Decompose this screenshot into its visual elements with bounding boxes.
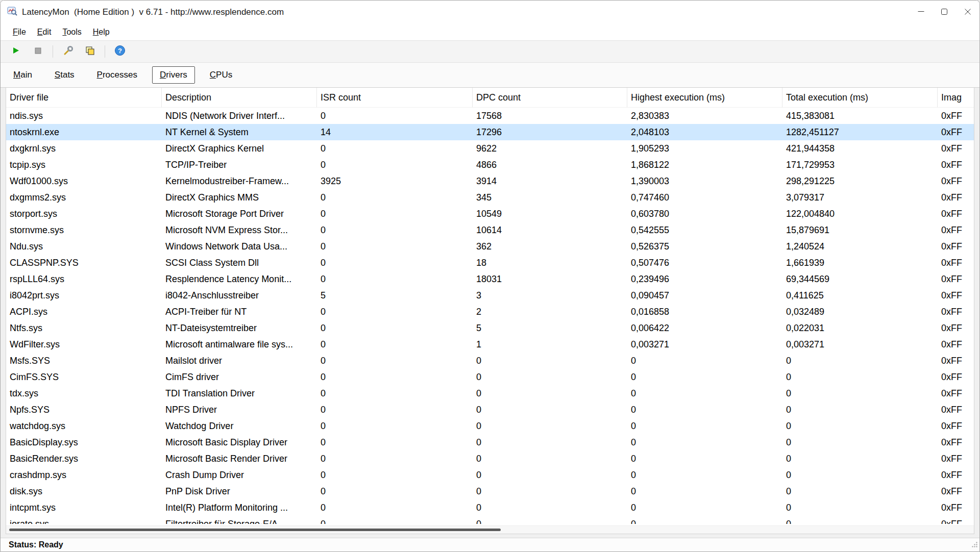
menu-tools-label: Tools (62, 28, 81, 37)
table-row[interactable]: BasicDisplay.sysMicrosoft Basic Display … (6, 434, 974, 450)
table-row[interactable]: Msfs.SYSMailslot driver00000xFF (6, 353, 974, 369)
cell-dpc: 4866 (473, 157, 627, 173)
help-question-icon: ? (114, 45, 126, 58)
table-row[interactable]: WdFilter.sysMicrosoft antimalware file s… (6, 336, 974, 353)
column-header-dpc-count[interactable]: DPC count (473, 88, 627, 107)
table-row[interactable]: crashdmp.sysCrash Dump Driver00000xFF (6, 467, 974, 483)
table-row[interactable]: intcpmt.sysIntel(R) Platform Monitoring … (6, 499, 974, 516)
table-row[interactable]: watchdog.sysWatchdog Driver00000xFF (6, 418, 974, 434)
tab-processes[interactable]: Processes (89, 66, 145, 84)
close-icon (965, 8, 971, 17)
cell-isr: 0 (317, 157, 473, 173)
cell-highest: 0 (627, 402, 782, 418)
cell-file: Ndu.sys (6, 238, 162, 255)
menu-help[interactable]: Help (88, 26, 115, 38)
cell-dpc: 1 (473, 336, 627, 353)
menu-edit[interactable]: Edit (32, 26, 57, 38)
menu-tools[interactable]: Tools (57, 26, 86, 38)
close-button[interactable] (956, 1, 979, 24)
cell-image: 0xFF (938, 124, 974, 140)
tab-stats[interactable]: Stats (47, 66, 82, 84)
latencymon-window: LatencyMon (Home Edition ) v 6.71 - http… (0, 0, 980, 552)
table-row[interactable]: Wdf01000.sysKernelmodustreiber-Framew...… (6, 173, 974, 189)
table-row[interactable]: storport.sysMicrosoft Storage Port Drive… (6, 206, 974, 222)
tab-cpus[interactable]: CPUs (202, 66, 240, 84)
column-header-highest-execution[interactable]: Highest execution (ms) (627, 88, 782, 107)
cell-highest: 0,507476 (627, 255, 782, 271)
column-header-total-execution[interactable]: Total execution (ms) (782, 88, 938, 107)
cell-isr: 0 (317, 353, 473, 369)
cell-image: 0xFF (938, 402, 974, 418)
table-row[interactable]: Npfs.SYSNPFS Driver00000xFF (6, 402, 974, 418)
cell-total: 3,079317 (782, 189, 938, 206)
table-row[interactable]: CLASSPNP.SYSSCSI Class System Dll0180,50… (6, 255, 974, 271)
table-row[interactable]: dxgmms2.sysDirectX Graphics MMS03450,747… (6, 189, 974, 206)
tab-drivers[interactable]: Drivers (152, 66, 195, 84)
table-row[interactable]: CimFS.SYSCimFS driver00000xFF (6, 369, 974, 385)
cell-total: 1,661939 (782, 255, 938, 271)
table-row[interactable]: ACPI.sysACPI-Treiber für NT020,0168580,0… (6, 304, 974, 320)
table-row[interactable]: stornvme.sysMicrosoft NVM Express Stor..… (6, 222, 974, 238)
cell-isr: 3925 (317, 173, 473, 189)
cell-isr: 0 (317, 483, 473, 499)
cell-image: 0xFF (938, 499, 974, 516)
cell-image: 0xFF (938, 434, 974, 450)
table-row[interactable]: i8042prt.sysi8042-Anschlusstreiber530,09… (6, 287, 974, 304)
options-button[interactable] (59, 43, 77, 60)
minimize-icon (918, 8, 924, 17)
column-header-isr-count[interactable]: ISR count (317, 88, 473, 107)
cell-desc: NDIS (Network Driver Interf... (162, 108, 317, 124)
stop-monitor-button[interactable] (29, 43, 47, 60)
table-row[interactable]: rspLLL64.sysResplendence Latency Monit..… (6, 271, 974, 287)
menu-file[interactable]: File (8, 26, 31, 38)
cell-dpc: 0 (473, 434, 627, 450)
cell-desc: NT-Dateisystemtreiber (162, 320, 317, 336)
table-row[interactable]: ndis.sysNDIS (Network Driver Interf...01… (6, 108, 974, 124)
cell-total: 0 (782, 499, 938, 516)
column-header-image-base[interactable]: Imag (938, 88, 974, 107)
table-row[interactable]: tdx.sysTDI Translation Driver00000xFF (6, 385, 974, 402)
resize-grip-icon[interactable] (971, 541, 978, 550)
cell-file: BasicRender.sys (6, 450, 162, 467)
tab-main[interactable]: Main (6, 66, 40, 84)
cell-total: 0 (782, 385, 938, 402)
cell-file: CimFS.SYS (6, 369, 162, 385)
cell-desc: Filtertreiber für Storage-E/A... (162, 516, 317, 524)
cell-highest: 0,090457 (627, 287, 782, 304)
copy-report-button[interactable] (81, 43, 99, 60)
horizontal-scrollbar-thumb[interactable] (9, 529, 501, 531)
table-row[interactable]: disk.sysPnP Disk Driver00000xFF (6, 483, 974, 499)
start-monitor-button[interactable] (7, 43, 25, 60)
toolbar: ? (1, 40, 979, 63)
column-header-driver-file[interactable]: Driver file (6, 88, 162, 107)
table-row[interactable]: dxgkrnl.sysDirectX Graphics Kernel096221… (6, 140, 974, 157)
column-header-description[interactable]: Description (162, 88, 317, 107)
cell-image: 0xFF (938, 320, 974, 336)
cell-highest: 2,830383 (627, 108, 782, 124)
cell-highest: 0 (627, 434, 782, 450)
cell-highest: 0 (627, 499, 782, 516)
cell-image: 0xFF (938, 353, 974, 369)
table-row[interactable]: Ndu.sysWindows Network Data Usa...03620,… (6, 238, 974, 255)
cell-isr: 0 (317, 140, 473, 157)
cell-isr: 0 (317, 222, 473, 238)
cell-dpc: 0 (473, 402, 627, 418)
cell-dpc: 3 (473, 287, 627, 304)
table-row[interactable]: Ntfs.sysNT-Dateisystemtreiber050,0064220… (6, 320, 974, 336)
svg-text:?: ? (118, 47, 122, 55)
help-button[interactable]: ? (111, 43, 129, 60)
horizontal-scrollbar[interactable] (6, 525, 974, 534)
cell-total: 0 (782, 434, 938, 450)
cell-total: 0 (782, 516, 938, 524)
cell-image: 0xFF (938, 173, 974, 189)
window-controls (909, 1, 979, 24)
table-row[interactable]: ntoskrnl.exeNT Kernel & System14172962,0… (6, 124, 974, 140)
maximize-button[interactable] (933, 1, 956, 24)
table-row[interactable]: BasicRender.sysMicrosoft Basic Render Dr… (6, 450, 974, 467)
cell-image: 0xFF (938, 483, 974, 499)
cell-desc: Kernelmodustreiber-Framew... (162, 173, 317, 189)
table-row[interactable]: iorate.sysFiltertreiber für Storage-E/A.… (6, 516, 974, 524)
cell-dpc: 18031 (473, 271, 627, 287)
table-row[interactable]: tcpip.sysTCP/IP-Treiber048661,868122171,… (6, 157, 974, 173)
minimize-button[interactable] (909, 1, 933, 24)
